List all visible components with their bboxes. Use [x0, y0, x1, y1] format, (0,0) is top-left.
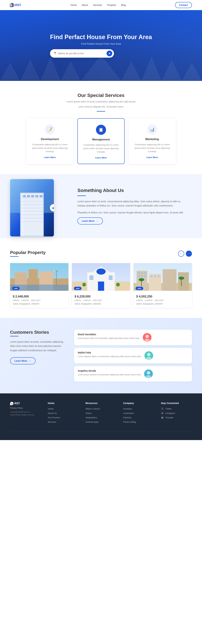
footer-link-our-process[interactable]: Our Process: [48, 416, 60, 419]
customer-text-2: Lorem aliquam elitez at consectetur adip…: [78, 355, 142, 358]
footer-link-about-us[interactable]: About Us: [48, 412, 57, 414]
footer-home-col: Home Home About Us Our Process Services: [48, 402, 79, 425]
footer-link-watch-demo[interactable]: Watch a Demo: [85, 408, 100, 410]
hero-search-bar: 📍 ➤: [50, 49, 114, 58]
services-subtitle-1: Lorem ipsum dolor sit amet consectetur a…: [10, 100, 192, 104]
about-image-wrapper: ▶: [10, 179, 54, 236]
footer-home-title: Home: [48, 402, 79, 404]
nav-link-property[interactable]: Property: [107, 4, 116, 6]
footer-resources-col: Resources Watch a Demo Status Integratio…: [85, 402, 117, 425]
customer-avatar-2: [144, 351, 153, 360]
prop-info-1: $ 2,448,000 8 BEDS 0 BATHS 2000 SQFT Syl…: [10, 292, 68, 308]
footer-link-investors[interactable]: Investors: [123, 408, 132, 410]
prop-prev-button[interactable]: ←: [178, 250, 184, 257]
svg-rect-41: [163, 269, 177, 291]
footer-brand-col: 🏠 RST Privacy Policy Copyright©2020 phim…: [10, 402, 41, 425]
svg-rect-43: [138, 272, 140, 274]
customers-right: David Vassilakis Lorem ipsum dolor sit c…: [74, 330, 192, 382]
nav-link-services[interactable]: Services: [93, 4, 102, 6]
prop-sqft-1: 2000 SQFT: [31, 299, 40, 301]
search-input[interactable]: [58, 52, 107, 55]
service-desc-marketing: Consectetur adipiscing elit co Lorem ips…: [134, 143, 171, 153]
learn-more-development[interactable]: Learn More: [44, 156, 56, 158]
hero-content: Find Perfact House From Your Area Find P…: [50, 34, 152, 58]
learn-more-management[interactable]: Learn More: [95, 156, 107, 159]
learn-more-marketing[interactable]: Learn More: [146, 156, 158, 158]
social-twitter[interactable]: t Twitter: [161, 407, 192, 410]
svg-rect-13: [27, 195, 30, 197]
svg-rect-34: [109, 276, 113, 280]
service-desc-management: Consectetur adipiscing elit co Lorem ips…: [83, 143, 119, 154]
service-title-development: Development: [41, 138, 59, 141]
search-button[interactable]: ➤: [107, 50, 112, 56]
svg-rect-8: [21, 211, 43, 212]
nav-link-about[interactable]: About: [82, 4, 88, 6]
customer-text-1: Lorem ipsum dolor sit consectetur adipis…: [78, 337, 140, 340]
svg-point-60: [147, 353, 151, 356]
customers-title: Customers Stories: [10, 330, 64, 335]
footer-link-services[interactable]: Services: [48, 421, 56, 423]
svg-rect-23: [56, 271, 57, 286]
hero-subtitle: Find Perfact House From Your Area: [50, 42, 152, 45]
svg-rect-47: [141, 276, 143, 277]
customer-info-2: Nabila Fatia Lorem aliquam elitez at con…: [78, 351, 142, 358]
customer-avatar-3: [144, 370, 153, 378]
prop-location-1: Sylhet, Bangladesh, 2004#00: [13, 303, 66, 305]
footer-company-title: Company: [123, 402, 154, 404]
prop-image-2: sale: [72, 262, 130, 292]
property-grid: sale $ 2,448,000 8 BEDS 0 BATHS 2000 SQF…: [10, 262, 192, 308]
contact-button[interactable]: Contact: [175, 2, 192, 8]
footer-brand-text: RST: [14, 402, 20, 405]
social-youtube[interactable]: ▶ Youtube: [161, 416, 192, 419]
svg-rect-48: [144, 276, 146, 277]
footer-logo-icon: 🏠: [10, 402, 13, 405]
prop-details-2: 8 BEDS 5 BATHS 2630 SQFT: [75, 299, 128, 301]
property-nav: ← →: [178, 250, 192, 257]
footer-link-press[interactable]: Press & Blog: [123, 421, 136, 423]
customer-card-1: David Vassilakis Lorem ipsum dolor sit c…: [74, 330, 192, 345]
property-card-3: sale $ 4,002,250 8 BEDS 6 BATHS 1000 SQF…: [134, 262, 192, 308]
nav-link-home[interactable]: Home: [70, 4, 77, 6]
management-icon: 📋: [96, 125, 106, 135]
about-image-col: ▶: [0, 174, 57, 238]
service-card-marketing: 📊 Marketing Consectetur adipiscing elit …: [129, 118, 176, 164]
customers-description: Lorem ipsum dolor sit amet, consectetur …: [10, 340, 64, 352]
prop-beds-1: 8 BEDS: [13, 299, 19, 301]
customer-info-1: David Vassilakis Lorem ipsum dolor sit c…: [78, 333, 140, 340]
svg-rect-42: [178, 272, 189, 291]
prop-info-2: $ 6,228,000 8 BEDS 5 BATHS 2630 SQFT Syl…: [72, 292, 130, 308]
service-card-development: 📝 Development Consectetur adipiscing eli…: [26, 118, 73, 164]
prop-next-button[interactable]: →: [186, 250, 192, 257]
footer: 🏠 RST Privacy Policy Copyright©2020 phim…: [0, 394, 202, 440]
customers-learn-more-button[interactable]: Learn More →: [10, 357, 35, 364]
footer-social-title: Stay Connected: [161, 402, 192, 404]
prop-image-1: sale: [10, 262, 68, 292]
footer-social-col: Stay Connected t Twitter in Instagram ▶ …: [161, 402, 192, 425]
customers-arrow-icon: →: [28, 359, 31, 362]
footer-link-android[interactable]: Android Apps: [85, 421, 98, 423]
social-instagram[interactable]: in Instagram: [161, 412, 192, 414]
prop-location-3: Sylhet, Bangladesh, 2004#00: [136, 303, 189, 305]
footer-link-integrations[interactable]: Integrations: [85, 416, 97, 419]
nav-link-blog[interactable]: Blog: [121, 4, 126, 6]
footer-link-partners[interactable]: Partners: [123, 416, 132, 419]
customer-card-2: Nabila Fatia Lorem aliquam elitez at con…: [74, 348, 192, 364]
svg-rect-46: [138, 276, 140, 277]
arrow-icon: →: [96, 220, 98, 222]
services-title: Our Special Services: [10, 93, 192, 98]
footer-company-col: Company Investors Customers Partners Pre…: [123, 402, 154, 425]
prop-location-2: Sylhet, Bangladesh, 2004#00: [75, 303, 128, 305]
footer-link-home[interactable]: Home: [48, 408, 54, 410]
property-card-1: sale $ 2,448,000 8 BEDS 0 BATHS 2000 SQF…: [10, 262, 68, 308]
prop-beds-3: 8 BEDS: [136, 299, 143, 301]
footer-privacy-link[interactable]: Privacy Policy: [10, 407, 41, 409]
footer-link-status[interactable]: Status: [85, 412, 92, 414]
footer-link-customers[interactable]: Customers: [123, 412, 134, 414]
footer-copyright: Copyright©2020 phim.co phiph phinish alo…: [10, 410, 41, 416]
property-header: Popular Property ← →: [10, 250, 192, 257]
development-icon: 📝: [45, 124, 55, 134]
about-learn-more-button[interactable]: Learn More →: [77, 218, 103, 224]
nav-logo[interactable]: 🏠 RST: [10, 3, 21, 7]
svg-rect-32: [98, 282, 104, 291]
customer-card-3: Angelina Serzila Lorem ipsum durace at c…: [74, 366, 192, 382]
